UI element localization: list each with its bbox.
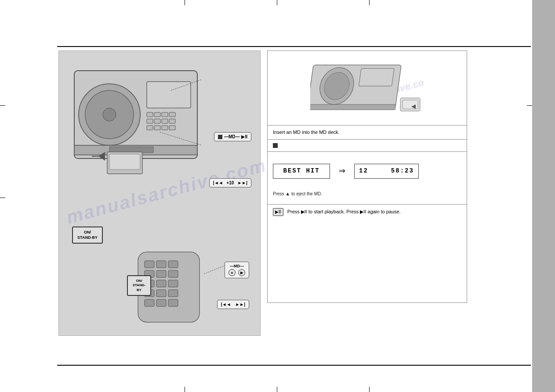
instruction-row-play: ▶II Press ▶II to start playback. Press ▶…	[268, 205, 467, 235]
tick-side-left-2	[0, 105, 5, 106]
svg-rect-9	[147, 119, 153, 123]
tick-top-mid	[277, 0, 277, 5]
instruction-row-step1: Insert an MD into the MD deck.	[268, 126, 467, 140]
svg-rect-40	[168, 299, 178, 306]
next-icon: ►►|	[237, 180, 247, 185]
svg-rect-37	[168, 290, 178, 297]
step3-note: Press ▲ to eject the MD.	[273, 190, 461, 198]
svg-rect-34	[168, 280, 178, 287]
left-illustration-panel: manualsarchive.com	[58, 50, 261, 336]
right-instruction-panel: manualsarchive.com Insert an MD into the…	[267, 50, 467, 303]
record-icon: ●	[229, 269, 236, 276]
svg-rect-27	[156, 261, 166, 268]
callout-stop-md-play: —MD— ▶II	[214, 132, 251, 141]
on-standby-remote-label: ON/STAND-BY	[131, 279, 147, 292]
display-after: 12 58:23	[354, 164, 419, 179]
svg-rect-39	[156, 299, 166, 306]
on-standby-box: ON/STAND-BY	[72, 227, 103, 244]
svg-rect-33	[156, 280, 166, 287]
rule-top	[57, 46, 531, 47]
svg-rect-16	[169, 126, 175, 130]
prev-remote-icon: |◄◄	[221, 302, 231, 307]
tick-top-right	[369, 0, 370, 5]
svg-line-41	[204, 265, 226, 274]
svg-rect-10	[154, 119, 160, 123]
display-before: BEST HIT	[273, 164, 330, 179]
step4-text: Press ▶II to start playback. Press ▶II a…	[287, 209, 401, 214]
on-standby-remote-box: ON/STAND-BY	[127, 275, 151, 296]
play-pause-remote-icon: ▶	[238, 269, 245, 276]
tick-side-left	[0, 198, 5, 198]
tick-bot-right	[369, 387, 370, 392]
tick-bot-left	[185, 387, 185, 392]
svg-rect-47	[310, 104, 396, 110]
svg-rect-12	[169, 119, 175, 123]
stop-icon	[218, 135, 222, 139]
mini-device-svg: manualsarchive.com	[310, 56, 424, 120]
svg-rect-28	[168, 261, 178, 268]
svg-rect-5	[147, 112, 153, 117]
tick-top-left	[185, 0, 185, 5]
svg-rect-7	[162, 112, 168, 117]
svg-rect-13	[147, 126, 153, 130]
svg-rect-38	[145, 299, 154, 306]
instruction-row-display: BEST HIT ⇒ 12 58:23 Press ▲ to eject the…	[268, 152, 467, 205]
play-pause-button-label: ▶II	[273, 208, 283, 216]
svg-rect-11	[162, 119, 168, 123]
svg-rect-31	[168, 270, 178, 277]
instruction-row-step2	[268, 140, 467, 152]
right-sidebar	[532, 0, 555, 392]
plus10-label: +10	[226, 180, 234, 185]
svg-rect-30	[156, 270, 166, 277]
rule-bottom	[57, 365, 531, 366]
svg-rect-15	[162, 126, 168, 130]
callout-skip-buttons: |◄◄ +10 ►►|	[209, 178, 251, 187]
stop-button-icon	[273, 143, 278, 148]
svg-point-3	[103, 108, 116, 121]
tick-bot-mid	[277, 387, 277, 392]
svg-rect-46	[359, 68, 394, 86]
svg-rect-8	[169, 112, 175, 117]
md-remote-label: —MD—	[230, 264, 244, 268]
md-label-top: —MD—	[224, 134, 240, 139]
play-pause-icon-top: ▶II	[241, 134, 247, 139]
callout-skip-remote: |◄◄ ►►|	[217, 300, 249, 309]
svg-rect-36	[156, 290, 166, 297]
next-remote-icon: ►►|	[235, 302, 245, 307]
svg-rect-14	[154, 126, 160, 130]
track-number: 12	[359, 167, 368, 174]
arrow-right: ⇒	[339, 165, 345, 176]
callout-md-remote: —MD— ● ▶	[225, 262, 249, 278]
step1-text: Insert an MD into the MD deck.	[273, 129, 340, 136]
instruction-row-image: manualsarchive.com	[268, 51, 467, 126]
display-transition-row: BEST HIT ⇒ 12 58:23	[273, 164, 461, 179]
svg-rect-26	[145, 261, 154, 268]
svg-rect-6	[154, 112, 160, 117]
prev-icon: |◄◄	[213, 180, 223, 185]
svg-rect-20	[109, 154, 140, 169]
on-standby-label: ON/STAND-BY	[76, 230, 98, 240]
tick-side-right-1	[527, 105, 532, 106]
time-display: 58:23	[391, 167, 414, 174]
device-illustration	[65, 58, 219, 194]
eject-icon: ▲	[285, 191, 290, 196]
